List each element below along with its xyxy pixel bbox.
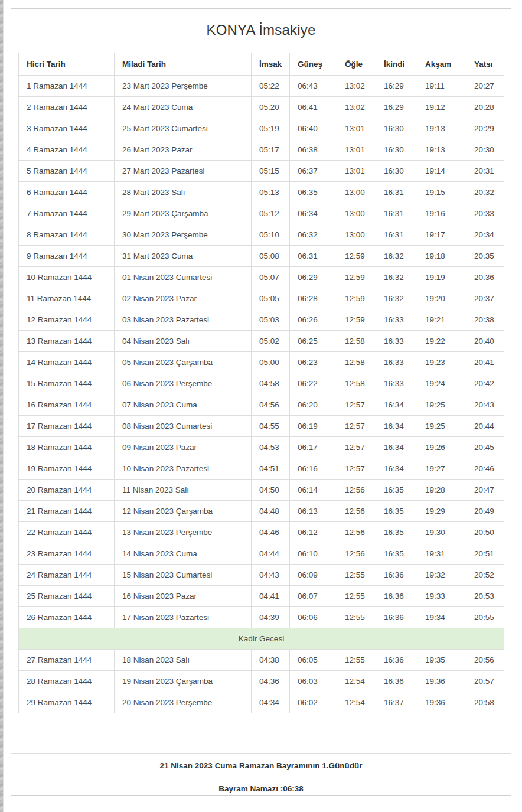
table-cell: 05:17 (252, 139, 290, 161)
table-cell: 17 Ramazan 1444 (19, 416, 115, 437)
column-header: İmsak (252, 53, 290, 76)
table-cell: 28 Mart 2023 Salı (115, 182, 252, 203)
table-cell: 16:32 (376, 288, 417, 309)
table-cell: 19:27 (417, 458, 466, 480)
table-cell: 10 Ramazan 1444 (19, 267, 115, 288)
table-cell: 16:29 (376, 97, 417, 118)
table-cell: 20:41 (466, 352, 504, 373)
table-cell: 19:13 (417, 139, 466, 161)
table-cell: 17 Nisan 2023 Pazartesi (115, 607, 252, 628)
table-cell: 20:56 (466, 650, 504, 671)
table-cell: 20:28 (466, 97, 504, 118)
prayer-times-table: Hicri TarihMiladi TarihİmsakGüneşÖğleİki… (18, 53, 504, 713)
table-cell: 19:31 (417, 543, 466, 565)
table-cell: 16:37 (376, 692, 417, 713)
table-cell: 13:01 (337, 118, 376, 139)
table-cell: 16:30 (376, 139, 417, 161)
table-cell: 06:37 (290, 161, 337, 182)
table-cell: 23 Ramazan 1444 (19, 543, 115, 565)
table-cell: 13:00 (337, 224, 376, 246)
table-cell: 05:07 (252, 267, 290, 288)
table-cell: 16:35 (376, 522, 417, 543)
table-cell: 20:50 (466, 522, 504, 543)
table-cell: 20:29 (466, 118, 504, 139)
table-cell: 19:17 (417, 224, 466, 246)
table-cell: 13:02 (337, 76, 376, 97)
table-row: 2 Ramazan 144424 Mart 2023 Cuma05:2006:4… (19, 97, 504, 118)
table-cell: 12:57 (337, 437, 376, 458)
table-row: 8 Ramazan 144430 Mart 2023 Perşembe05:10… (19, 224, 504, 246)
table-cell: 19:28 (417, 480, 466, 501)
table-cell: 04:34 (252, 692, 290, 713)
table-cell: 20:57 (466, 671, 504, 692)
table-cell: 16 Nisan 2023 Pazar (115, 586, 252, 607)
footer-block: 21 Nisan 2023 Cuma Ramazan Bayramının 1.… (11, 753, 511, 795)
table-cell: 13:02 (337, 97, 376, 118)
table-cell: 01 Nisan 2023 Cumartesi (115, 267, 252, 288)
table-cell: 14 Nisan 2023 Cuma (115, 543, 252, 565)
table-row: 12 Ramazan 144403 Nisan 2023 Pazartesi05… (19, 309, 504, 331)
table-row: 25 Ramazan 144416 Nisan 2023 Pazar04:410… (19, 586, 504, 607)
column-header: Hicri Tarih (19, 53, 115, 76)
table-cell: 06:06 (290, 607, 337, 628)
table-cell: 10 Nisan 2023 Pazartesi (115, 458, 252, 480)
table-row: 19 Ramazan 144410 Nisan 2023 Pazartesi04… (19, 458, 504, 480)
table-cell: 04:39 (252, 607, 290, 628)
table-row: 22 Ramazan 144413 Nisan 2023 Perşembe04:… (19, 522, 504, 543)
table-cell: 08 Nisan 2023 Cumartesi (115, 416, 252, 437)
table-cell: 12:54 (337, 671, 376, 692)
column-header: Akşam (417, 53, 466, 76)
table-cell: 16:30 (376, 161, 417, 182)
table-cell: 16:35 (376, 480, 417, 501)
table-cell: 16:34 (376, 394, 417, 416)
table-cell: 29 Mart 2023 Çarşamba (115, 203, 252, 224)
table-cell: 06:17 (290, 437, 337, 458)
table-cell: 20:30 (466, 139, 504, 161)
table-row: 4 Ramazan 144426 Mart 2023 Pazar05:1706:… (19, 139, 504, 161)
table-cell: 13 Nisan 2023 Perşembe (115, 522, 252, 543)
table-cell: 16:33 (376, 352, 417, 373)
table-row: 1 Ramazan 144423 Mart 2023 Perşembe05:22… (19, 76, 504, 97)
column-header: İkindi (376, 53, 417, 76)
table-cell: 19 Ramazan 1444 (19, 458, 115, 480)
table-cell: 04:44 (252, 543, 290, 565)
bayram-note: 21 Nisan 2023 Cuma Ramazan Bayramının 1.… (160, 761, 363, 770)
table-cell: 16 Ramazan 1444 (19, 394, 115, 416)
table-cell: 06:13 (290, 501, 337, 522)
table-cell: 19:24 (417, 373, 466, 394)
table-cell: 06:03 (290, 671, 337, 692)
table-row: 3 Ramazan 144425 Mart 2023 Cumartesi05:1… (19, 118, 504, 139)
table-cell: 19:15 (417, 182, 466, 203)
table-cell: 12:57 (337, 416, 376, 437)
table-row: 7 Ramazan 144429 Mart 2023 Çarşamba05:12… (19, 203, 504, 224)
table-cell: 26 Mart 2023 Pazar (115, 139, 252, 161)
table-cell: 09 Nisan 2023 Pazar (115, 437, 252, 458)
table-cell: 05:12 (252, 203, 290, 224)
table-cell: 06 Nisan 2023 Perşembe (115, 373, 252, 394)
table-cell: 13:01 (337, 139, 376, 161)
table-cell: 19:23 (417, 352, 466, 373)
table-cell: 04:51 (252, 458, 290, 480)
table-cell: 16:35 (376, 501, 417, 522)
table-cell: 12:56 (337, 501, 376, 522)
column-header: Güneş (290, 53, 337, 76)
table-cell: 06:16 (290, 458, 337, 480)
table-cell: 13 Ramazan 1444 (19, 331, 115, 352)
table-cell: 05:19 (252, 118, 290, 139)
table-cell: 8 Ramazan 1444 (19, 224, 115, 246)
table-cell: 16:31 (376, 203, 417, 224)
table-cell: 16:36 (376, 565, 417, 586)
table-cell: 19:36 (417, 671, 466, 692)
table-cell: 27 Mart 2023 Pazartesi (115, 161, 252, 182)
table-cell: 04 Nisan 2023 Salı (115, 331, 252, 352)
table-row: 26 Ramazan 144417 Nisan 2023 Pazartesi04… (19, 607, 504, 628)
table-cell: 18 Nisan 2023 Salı (115, 650, 252, 671)
table-cell: 19:13 (417, 118, 466, 139)
table-cell: 12:54 (337, 692, 376, 713)
table-row: 13 Ramazan 144404 Nisan 2023 Salı05:0206… (19, 331, 504, 352)
table-cell: 06:26 (290, 309, 337, 331)
table-cell: 19:29 (417, 501, 466, 522)
table-cell: 05:20 (252, 97, 290, 118)
table-cell: 19:26 (417, 437, 466, 458)
table-cell: 20:49 (466, 501, 504, 522)
